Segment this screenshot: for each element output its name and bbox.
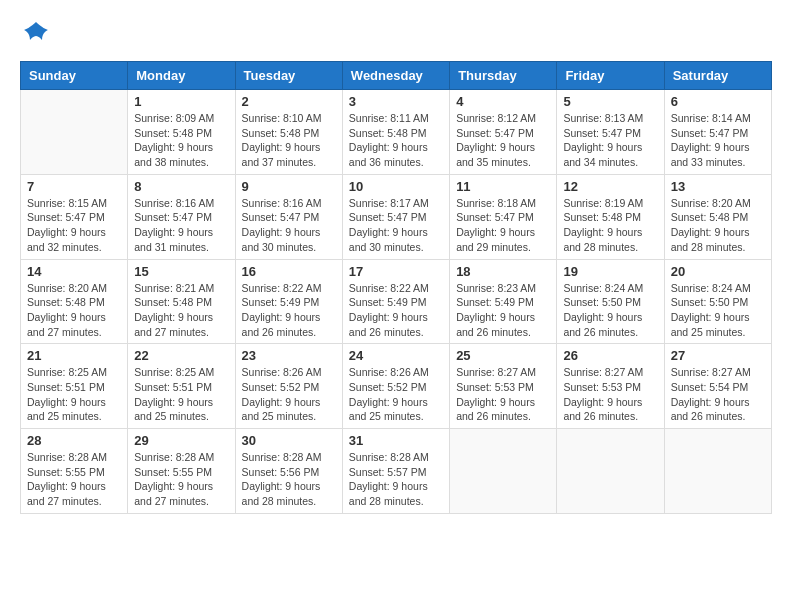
calendar-cell: 25Sunrise: 8:27 AM Sunset: 5:53 PM Dayli… (450, 344, 557, 429)
calendar-cell: 22Sunrise: 8:25 AM Sunset: 5:51 PM Dayli… (128, 344, 235, 429)
column-header-tuesday: Tuesday (235, 62, 342, 90)
calendar-body: 1Sunrise: 8:09 AM Sunset: 5:48 PM Daylig… (21, 90, 772, 514)
calendar-cell: 5Sunrise: 8:13 AM Sunset: 5:47 PM Daylig… (557, 90, 664, 175)
day-info: Sunrise: 8:20 AM Sunset: 5:48 PM Dayligh… (671, 196, 765, 255)
calendar-week-4: 21Sunrise: 8:25 AM Sunset: 5:51 PM Dayli… (21, 344, 772, 429)
calendar-cell (450, 429, 557, 514)
day-number: 27 (671, 348, 765, 363)
calendar-cell: 23Sunrise: 8:26 AM Sunset: 5:52 PM Dayli… (235, 344, 342, 429)
day-number: 5 (563, 94, 657, 109)
column-header-monday: Monday (128, 62, 235, 90)
column-header-thursday: Thursday (450, 62, 557, 90)
calendar-cell: 19Sunrise: 8:24 AM Sunset: 5:50 PM Dayli… (557, 259, 664, 344)
calendar-week-5: 28Sunrise: 8:28 AM Sunset: 5:55 PM Dayli… (21, 429, 772, 514)
day-info: Sunrise: 8:28 AM Sunset: 5:55 PM Dayligh… (134, 450, 228, 509)
day-number: 6 (671, 94, 765, 109)
column-header-friday: Friday (557, 62, 664, 90)
calendar-cell: 16Sunrise: 8:22 AM Sunset: 5:49 PM Dayli… (235, 259, 342, 344)
calendar-cell (557, 429, 664, 514)
day-info: Sunrise: 8:13 AM Sunset: 5:47 PM Dayligh… (563, 111, 657, 170)
column-header-sunday: Sunday (21, 62, 128, 90)
calendar-cell: 21Sunrise: 8:25 AM Sunset: 5:51 PM Dayli… (21, 344, 128, 429)
day-number: 19 (563, 264, 657, 279)
day-number: 12 (563, 179, 657, 194)
day-info: Sunrise: 8:16 AM Sunset: 5:47 PM Dayligh… (242, 196, 336, 255)
day-info: Sunrise: 8:20 AM Sunset: 5:48 PM Dayligh… (27, 281, 121, 340)
day-number: 2 (242, 94, 336, 109)
day-number: 30 (242, 433, 336, 448)
calendar-cell: 11Sunrise: 8:18 AM Sunset: 5:47 PM Dayli… (450, 174, 557, 259)
calendar-cell: 24Sunrise: 8:26 AM Sunset: 5:52 PM Dayli… (342, 344, 449, 429)
logo-icon (22, 20, 50, 48)
calendar-week-3: 14Sunrise: 8:20 AM Sunset: 5:48 PM Dayli… (21, 259, 772, 344)
calendar-cell: 26Sunrise: 8:27 AM Sunset: 5:53 PM Dayli… (557, 344, 664, 429)
day-info: Sunrise: 8:23 AM Sunset: 5:49 PM Dayligh… (456, 281, 550, 340)
day-info: Sunrise: 8:28 AM Sunset: 5:55 PM Dayligh… (27, 450, 121, 509)
day-number: 26 (563, 348, 657, 363)
day-number: 21 (27, 348, 121, 363)
calendar-cell: 4Sunrise: 8:12 AM Sunset: 5:47 PM Daylig… (450, 90, 557, 175)
calendar-cell: 9Sunrise: 8:16 AM Sunset: 5:47 PM Daylig… (235, 174, 342, 259)
calendar-cell: 18Sunrise: 8:23 AM Sunset: 5:49 PM Dayli… (450, 259, 557, 344)
calendar-cell: 2Sunrise: 8:10 AM Sunset: 5:48 PM Daylig… (235, 90, 342, 175)
day-number: 17 (349, 264, 443, 279)
calendar-cell: 14Sunrise: 8:20 AM Sunset: 5:48 PM Dayli… (21, 259, 128, 344)
calendar-cell: 29Sunrise: 8:28 AM Sunset: 5:55 PM Dayli… (128, 429, 235, 514)
calendar-cell: 10Sunrise: 8:17 AM Sunset: 5:47 PM Dayli… (342, 174, 449, 259)
calendar-cell: 15Sunrise: 8:21 AM Sunset: 5:48 PM Dayli… (128, 259, 235, 344)
day-info: Sunrise: 8:18 AM Sunset: 5:47 PM Dayligh… (456, 196, 550, 255)
day-info: Sunrise: 8:28 AM Sunset: 5:57 PM Dayligh… (349, 450, 443, 509)
day-info: Sunrise: 8:22 AM Sunset: 5:49 PM Dayligh… (242, 281, 336, 340)
calendar-cell (21, 90, 128, 175)
day-number: 20 (671, 264, 765, 279)
day-info: Sunrise: 8:11 AM Sunset: 5:48 PM Dayligh… (349, 111, 443, 170)
day-info: Sunrise: 8:28 AM Sunset: 5:56 PM Dayligh… (242, 450, 336, 509)
day-info: Sunrise: 8:27 AM Sunset: 5:54 PM Dayligh… (671, 365, 765, 424)
day-info: Sunrise: 8:17 AM Sunset: 5:47 PM Dayligh… (349, 196, 443, 255)
calendar-cell: 3Sunrise: 8:11 AM Sunset: 5:48 PM Daylig… (342, 90, 449, 175)
calendar-cell: 1Sunrise: 8:09 AM Sunset: 5:48 PM Daylig… (128, 90, 235, 175)
day-number: 31 (349, 433, 443, 448)
day-number: 1 (134, 94, 228, 109)
day-info: Sunrise: 8:21 AM Sunset: 5:48 PM Dayligh… (134, 281, 228, 340)
day-number: 10 (349, 179, 443, 194)
day-number: 4 (456, 94, 550, 109)
day-info: Sunrise: 8:25 AM Sunset: 5:51 PM Dayligh… (134, 365, 228, 424)
calendar-cell (664, 429, 771, 514)
day-info: Sunrise: 8:24 AM Sunset: 5:50 PM Dayligh… (563, 281, 657, 340)
day-number: 28 (27, 433, 121, 448)
day-number: 9 (242, 179, 336, 194)
calendar-cell: 8Sunrise: 8:16 AM Sunset: 5:47 PM Daylig… (128, 174, 235, 259)
calendar-week-2: 7Sunrise: 8:15 AM Sunset: 5:47 PM Daylig… (21, 174, 772, 259)
day-number: 22 (134, 348, 228, 363)
day-number: 15 (134, 264, 228, 279)
day-info: Sunrise: 8:22 AM Sunset: 5:49 PM Dayligh… (349, 281, 443, 340)
logo-text (20, 20, 50, 53)
day-info: Sunrise: 8:24 AM Sunset: 5:50 PM Dayligh… (671, 281, 765, 340)
day-number: 29 (134, 433, 228, 448)
day-number: 24 (349, 348, 443, 363)
day-number: 18 (456, 264, 550, 279)
day-info: Sunrise: 8:26 AM Sunset: 5:52 PM Dayligh… (242, 365, 336, 424)
day-info: Sunrise: 8:10 AM Sunset: 5:48 PM Dayligh… (242, 111, 336, 170)
calendar-cell: 6Sunrise: 8:14 AM Sunset: 5:47 PM Daylig… (664, 90, 771, 175)
day-number: 7 (27, 179, 121, 194)
calendar-cell: 30Sunrise: 8:28 AM Sunset: 5:56 PM Dayli… (235, 429, 342, 514)
day-info: Sunrise: 8:15 AM Sunset: 5:47 PM Dayligh… (27, 196, 121, 255)
day-number: 3 (349, 94, 443, 109)
day-info: Sunrise: 8:27 AM Sunset: 5:53 PM Dayligh… (563, 365, 657, 424)
day-info: Sunrise: 8:12 AM Sunset: 5:47 PM Dayligh… (456, 111, 550, 170)
day-number: 8 (134, 179, 228, 194)
day-number: 23 (242, 348, 336, 363)
day-number: 11 (456, 179, 550, 194)
calendar-cell: 27Sunrise: 8:27 AM Sunset: 5:54 PM Dayli… (664, 344, 771, 429)
day-number: 13 (671, 179, 765, 194)
calendar-header-row: SundayMondayTuesdayWednesdayThursdayFrid… (21, 62, 772, 90)
day-number: 16 (242, 264, 336, 279)
calendar-cell: 31Sunrise: 8:28 AM Sunset: 5:57 PM Dayli… (342, 429, 449, 514)
day-info: Sunrise: 8:26 AM Sunset: 5:52 PM Dayligh… (349, 365, 443, 424)
day-number: 14 (27, 264, 121, 279)
calendar-week-1: 1Sunrise: 8:09 AM Sunset: 5:48 PM Daylig… (21, 90, 772, 175)
day-info: Sunrise: 8:16 AM Sunset: 5:47 PM Dayligh… (134, 196, 228, 255)
calendar-cell: 13Sunrise: 8:20 AM Sunset: 5:48 PM Dayli… (664, 174, 771, 259)
